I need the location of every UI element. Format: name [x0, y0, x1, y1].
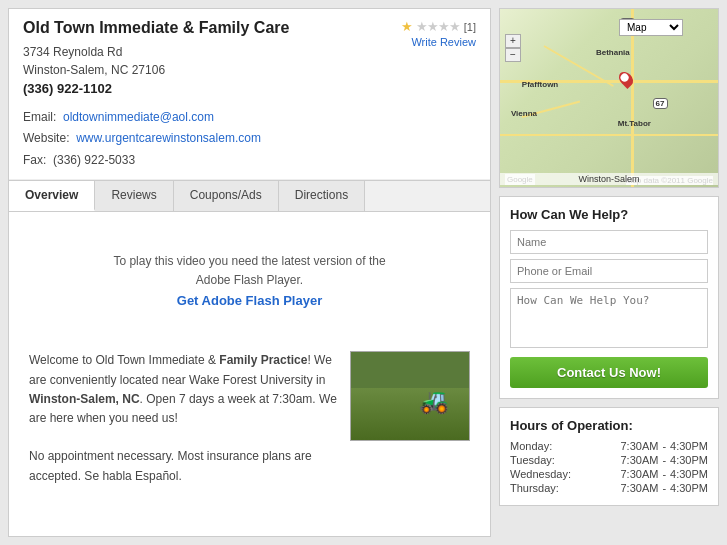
email-link[interactable]: oldtownimmediate@aol.com [63, 110, 214, 124]
stars-empty: ★★★★ [416, 19, 460, 34]
map-type-select[interactable]: Map Satellite [619, 19, 683, 36]
page-wrapper: Old Town Immediate & Family Care 3734 Re… [0, 0, 727, 545]
rating-block: ★★★★★ [1] Write Review [401, 19, 476, 48]
tab-reviews[interactable]: Reviews [95, 181, 173, 211]
tab-directions[interactable]: Directions [279, 181, 365, 211]
phone: (336) 922-1102 [23, 81, 112, 96]
left-panel: Old Town Immediate & Family Care 3734 Re… [8, 8, 491, 537]
business-header: Old Town Immediate & Family Care 3734 Re… [9, 9, 490, 180]
contact-form: How Can We Help? Contact Us Now! [499, 196, 719, 399]
description-para2: No appointment necessary. Most insurance… [29, 447, 340, 485]
flash-line1: To play this video you need the latest v… [113, 254, 385, 268]
fax-row: Fax: (336) 922-5033 [23, 150, 476, 172]
city-bethania: Bethania [596, 48, 630, 57]
flash-notice: To play this video you need the latest v… [19, 222, 480, 321]
flash-player-link[interactable]: Get Adobe Flash Player [177, 293, 322, 308]
city-mttabor: Mt.Tabor [618, 119, 651, 128]
map-container: Stanleyville Bethania Pfafftown Vienna M… [499, 8, 719, 188]
contact-form-title: How Can We Help? [510, 207, 708, 222]
tab-content-area: To play this video you need the latest v… [9, 212, 490, 536]
hours-title: Hours of Operation: [510, 418, 708, 433]
city-vienna: Vienna [511, 109, 537, 118]
address-line1: 3734 Reynolda Rd Winston-Salem, NC 27106… [23, 43, 289, 99]
tabs-bar: Overview Reviews Coupons/Ads Directions [9, 180, 490, 212]
business-name: Old Town Immediate & Family Care [23, 19, 289, 37]
review-count: [1] [464, 21, 476, 33]
hours-section: Hours of Operation: Monday: 7:30AM - 4:3… [499, 407, 719, 506]
hours-thursday: Thursday: 7:30AM - 4:30PM [510, 481, 708, 495]
description-text: Welcome to Old Town Immediate & Family P… [29, 351, 340, 485]
stars-filled: ★ [401, 19, 412, 34]
fax-number: (336) 922-5033 [53, 153, 135, 167]
map-zoom-controls: + − [505, 34, 521, 62]
tab-coupons[interactable]: Coupons/Ads [174, 181, 279, 211]
stars-row: ★★★★★ [1] [401, 19, 476, 34]
flash-line2: Adobe Flash Player. [196, 273, 303, 287]
description-area: Welcome to Old Town Immediate & Family P… [19, 341, 480, 495]
email-row: Email: oldtownimmediate@aol.com [23, 107, 476, 129]
description-image [350, 351, 470, 441]
website-row: Website: www.urgentcarewinstonsalem.com [23, 128, 476, 150]
hours-wednesday: Wednesday: 7:30AM - 4:30PM [510, 467, 708, 481]
right-panel: Stanleyville Bethania Pfafftown Vienna M… [499, 8, 719, 537]
contact-info: Email: oldtownimmediate@aol.com Website:… [23, 107, 476, 172]
message-textarea[interactable] [510, 288, 708, 348]
route-67-badge: 67 [653, 98, 668, 109]
hours-monday: Monday: 7:30AM - 4:30PM [510, 439, 708, 453]
map-zoom-out[interactable]: − [505, 48, 521, 62]
name-input[interactable] [510, 230, 708, 254]
email-input[interactable] [510, 259, 708, 283]
map-zoom-in[interactable]: + [505, 34, 521, 48]
map-road-horizontal-2 [500, 134, 718, 136]
map-placeholder[interactable]: Stanleyville Bethania Pfafftown Vienna M… [500, 9, 718, 187]
map-city-label: Winston-Salem [500, 173, 718, 185]
website-link[interactable]: www.urgentcarewinstonsalem.com [76, 131, 261, 145]
city-pfafftown: Pfafftown [522, 80, 558, 89]
tab-overview[interactable]: Overview [9, 181, 95, 211]
write-review-link[interactable]: Write Review [411, 36, 476, 48]
contact-submit-button[interactable]: Contact Us Now! [510, 357, 708, 388]
description-para1: Welcome to Old Town Immediate & Family P… [29, 351, 340, 428]
hours-tuesday: Tuesday: 7:30AM - 4:30PM [510, 453, 708, 467]
